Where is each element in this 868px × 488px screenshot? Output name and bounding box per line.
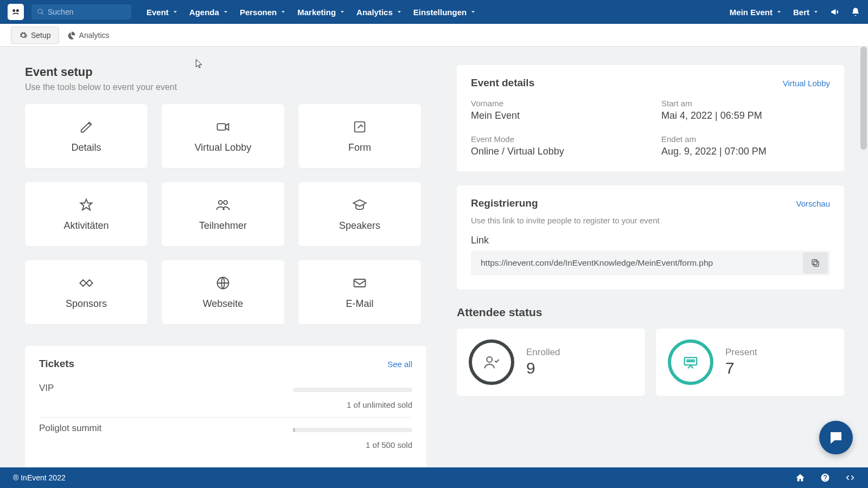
end-label: Endet am (661, 134, 830, 144)
tool-card-speakers[interactable]: Speakers (298, 182, 421, 246)
mail-icon (352, 275, 367, 291)
nav-marketing-label: Marketing (297, 8, 336, 17)
ticket-name: Poliglot summit (39, 423, 101, 434)
page-subtitle: Use the tools below to event your event (25, 82, 426, 92)
chevron-down-icon (222, 9, 229, 15)
tool-card-details[interactable]: Details (25, 104, 148, 168)
tool-card-teilnehmer[interactable]: Teilnehmer (162, 182, 284, 246)
handshake-icon (79, 275, 94, 291)
chevron-down-icon (776, 9, 782, 15)
user-menu[interactable]: Bert (793, 8, 819, 17)
page-title: Event setup (25, 65, 426, 79)
nav-personen[interactable]: Personen (240, 8, 286, 17)
chevron-down-icon (172, 9, 178, 15)
tickets-panel: Tickets See all VIP 1 of unlimited sold … (25, 346, 426, 467)
megaphone-icon[interactable] (830, 7, 840, 17)
enrolled-label: Enrolled (526, 347, 560, 358)
subtab-analytics-label: Analytics (79, 31, 110, 40)
start-label: Start am (661, 99, 830, 108)
tickets-see-all[interactable]: See all (387, 359, 412, 369)
registration-panel: Registrierung Vorschau Use this link to … (457, 185, 844, 290)
top-navbar: Event Agenda Personen Marketing Analytic… (0, 0, 868, 24)
nav-menu: Event Agenda Personen Marketing Analytic… (146, 8, 476, 17)
search-icon (37, 8, 44, 16)
chevron-down-icon (280, 9, 286, 15)
registration-preview-link[interactable]: Vorschau (796, 199, 830, 208)
svg-rect-7 (354, 279, 366, 287)
code-icon[interactable] (845, 473, 855, 483)
name-label: Vorname (471, 99, 640, 108)
tool-label: Teilnehmer (199, 220, 247, 232)
svg-point-14 (692, 360, 694, 362)
column-left: Event setup Use the tools below to event… (25, 65, 426, 446)
attendee-title: Attendee status (457, 306, 844, 319)
brand-logo[interactable] (8, 4, 24, 20)
tool-label: Aktivitäten (63, 220, 108, 232)
nav-einstellungen[interactable]: Einstellungen (413, 8, 476, 17)
enrolled-value: 9 (526, 359, 560, 377)
ticket-row[interactable]: Poliglot summit 1 of 500 sold (39, 418, 412, 457)
virtual-lobby-link[interactable]: Virtual Lobby (783, 79, 830, 88)
subtab-setup-label: Setup (31, 31, 51, 40)
nav-marketing[interactable]: Marketing (297, 8, 346, 17)
user-name: Bert (793, 8, 809, 17)
svg-rect-9 (812, 260, 817, 265)
footer: ® InEvent 2022 (0, 467, 868, 488)
registration-link-box: https://inevent.com/de/InEventKnowledge/… (471, 251, 830, 275)
nav-personen-label: Personen (240, 8, 277, 17)
svg-point-1 (16, 9, 19, 12)
copy-link-button[interactable] (803, 252, 828, 274)
ticket-row[interactable]: VIP 1 of unlimited sold (39, 377, 412, 418)
mode-value: Online / Virtual Lobby (471, 146, 640, 157)
nav-agenda[interactable]: Agenda (189, 8, 229, 17)
bell-icon[interactable] (851, 7, 860, 17)
attendee-cards: Enrolled 9 Present 7 (457, 329, 844, 396)
mode-label: Event Mode (471, 134, 640, 144)
tool-card-aktivitäten[interactable]: Aktivitäten (25, 182, 148, 246)
registration-title: Registrierung (471, 197, 538, 209)
tool-label: Details (71, 142, 101, 153)
tool-card-e-mail[interactable]: E-Mail (298, 260, 421, 324)
people-icon (215, 197, 231, 213)
enrolled-card[interactable]: Enrolled 9 (457, 329, 645, 396)
copy-icon (810, 258, 820, 268)
tool-card-form[interactable]: Form (298, 104, 421, 168)
registration-sub: Use this link to invite people to regist… (471, 216, 830, 225)
name-value: Mein Event (471, 110, 640, 121)
svg-point-12 (687, 360, 689, 362)
user-check-icon (483, 354, 500, 370)
help-icon[interactable] (820, 473, 830, 483)
nav-event-label: Event (146, 8, 169, 17)
present-card[interactable]: Present 7 (656, 329, 844, 396)
tickets-title: Tickets (39, 358, 74, 370)
tool-card-webseite[interactable]: Webseite (162, 260, 284, 324)
tool-card-sponsors[interactable]: Sponsors (25, 260, 148, 324)
event-details-panel: Event details Virtual Lobby Vorname Mein… (457, 65, 844, 171)
nav-einstellungen-label: Einstellungen (413, 8, 467, 17)
svg-point-0 (12, 9, 15, 12)
event-switcher[interactable]: Mein Event (730, 8, 782, 17)
home-icon[interactable] (795, 473, 805, 483)
star-icon (79, 197, 94, 213)
form-icon (352, 119, 367, 134)
scrollbar[interactable] (859, 47, 868, 467)
subtab-setup[interactable]: Setup (11, 27, 59, 44)
ticket-rows: VIP 1 of unlimited sold Poliglot summit … (39, 377, 412, 457)
nav-event[interactable]: Event (146, 8, 178, 17)
tool-label: Speakers (339, 220, 380, 232)
chat-icon (828, 429, 844, 446)
main-content: Event setup Use the tools below to event… (0, 47, 868, 467)
globe-icon (215, 275, 231, 291)
scrollbar-thumb[interactable] (860, 47, 867, 150)
chat-launcher[interactable] (819, 421, 853, 454)
ticket-sold-text: 1 of 500 sold (39, 440, 412, 450)
nav-analytics[interactable]: Analytics (356, 8, 403, 17)
registration-url[interactable]: https://inevent.com/de/InEventKnowledge/… (471, 258, 803, 268)
search-input[interactable] (31, 4, 131, 20)
subtab-analytics[interactable]: Analytics (59, 27, 118, 44)
chevron-down-icon (813, 9, 819, 15)
tool-label: Sponsors (66, 298, 107, 310)
tool-label: Form (348, 142, 371, 153)
event-details-title: Event details (471, 77, 534, 89)
tool-card-virtual-lobby[interactable]: Virtual Lobby (162, 104, 284, 168)
